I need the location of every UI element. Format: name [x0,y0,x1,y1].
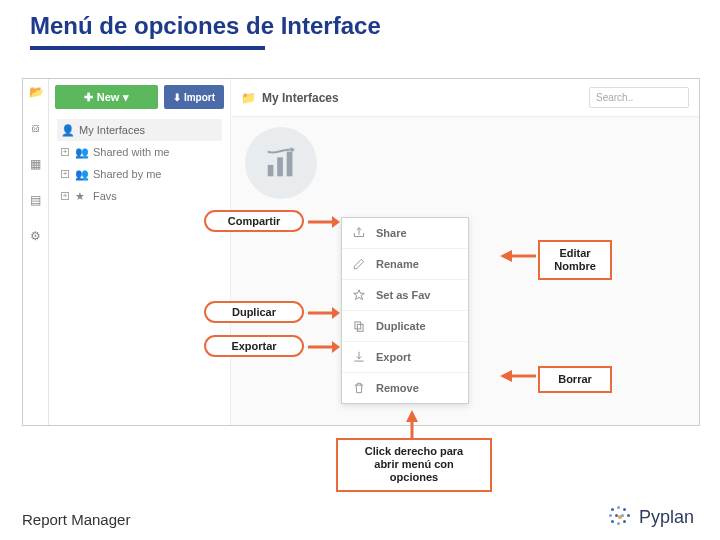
menu-item-share[interactable]: Share [342,218,468,248]
folder-icon: 📁 [241,91,256,105]
expand-icon: + [61,170,69,178]
brand-logo: Pyplan [607,504,694,530]
brand-mark-icon [607,504,633,530]
svg-marker-13 [332,341,340,353]
callout-editar-nombre: Editar Nombre [538,240,612,280]
share-icon [352,226,366,240]
new-button-label: New [97,91,120,103]
export-icon [352,350,366,364]
icon-rail: 📂 ⦻ ▦ ▤ ⚙ [23,79,49,425]
svg-marker-16 [406,410,418,422]
main-panel-title: 📁 My Interfaces [241,91,339,105]
main-panel: 📁 My Interfaces Search.. [231,79,699,425]
expand-icon: + [61,192,69,200]
main-panel-title-label: My Interfaces [262,91,339,105]
svg-rect-1 [277,157,283,176]
callout-borrar: Borrar [538,366,612,393]
menu-item-label: Rename [376,258,419,270]
sidebar-item-label: Shared by me [93,168,161,180]
arrow-right-icon [308,305,340,321]
search-input[interactable]: Search.. [589,87,689,108]
menu-item-label: Export [376,351,411,363]
title-underline [30,46,265,50]
bar-chart-icon [262,144,300,182]
plus-circle-icon: ✚ [84,91,93,104]
sidebar-item-shared-by-me[interactable]: + 👥 Shared by me [57,163,222,185]
arrow-right-icon [308,214,340,230]
callout-click-derecho: Click derecho para abrir menú con opcion… [336,438,492,492]
svg-rect-4 [355,322,361,329]
interface-thumbnail[interactable] [245,127,317,199]
user-group-icon: 👥 [75,168,87,180]
download-icon: ⬇ [173,92,181,103]
menu-item-label: Share [376,227,407,239]
svg-marker-11 [332,307,340,319]
gear-icon[interactable]: ⚙ [29,229,43,243]
import-button[interactable]: ⬇ Import [164,85,224,109]
trash-icon [352,381,366,395]
callout-compartir: Compartir [204,210,304,232]
sidebar: ✚ New ▾ ⬇ Import 👤 My Interfaces + 👥 Sha [49,79,231,425]
callout-duplicar: Duplicar [204,301,304,323]
footer-title: Report Manager [22,511,130,528]
brand-name: Pyplan [639,507,694,528]
sidebar-item-label: Shared with me [93,146,169,158]
menu-item-label: Duplicate [376,320,426,332]
user-group-icon: 👥 [75,146,87,158]
pencil-icon [352,257,366,271]
folder-open-icon[interactable]: 📂 [29,85,43,99]
hierarchy-icon[interactable]: ⦻ [29,121,43,135]
svg-rect-0 [268,165,274,176]
slide-title: Menú de opciones de Interface [30,12,381,40]
sidebar-item-label: Favs [93,190,117,202]
arrow-left-icon [500,248,536,264]
layout-icon[interactable]: ▤ [29,193,43,207]
import-button-label: Import [184,92,215,103]
menu-item-remove[interactable]: Remove [342,372,468,403]
menu-item-set-fav[interactable]: Set as Fav [342,279,468,310]
star-icon: ★ [75,190,87,202]
grid-icon[interactable]: ▦ [29,157,43,171]
menu-item-duplicate[interactable]: Duplicate [342,310,468,341]
expand-icon: + [61,148,69,156]
chevron-down-icon: ▾ [123,91,129,104]
menu-item-rename[interactable]: Rename [342,248,468,279]
menu-item-export[interactable]: Export [342,341,468,372]
user-icon: 👤 [61,124,73,136]
arrow-right-icon [308,339,340,355]
arrow-up-icon [404,410,420,438]
menu-item-label: Set as Fav [376,289,430,301]
svg-marker-8 [500,250,512,262]
context-menu: Share Rename Set as Fav [341,217,469,404]
new-button[interactable]: ✚ New ▾ [55,85,158,109]
svg-marker-7 [332,216,340,228]
star-icon [352,288,366,302]
sidebar-item-label: My Interfaces [79,124,145,136]
menu-item-label: Remove [376,382,419,394]
sidebar-item-my-interfaces[interactable]: 👤 My Interfaces [57,119,222,141]
svg-marker-14 [500,370,512,382]
svg-rect-5 [357,324,363,331]
duplicate-icon [352,319,366,333]
callout-exportar: Exportar [204,335,304,357]
arrow-left-icon [500,368,536,384]
svg-rect-2 [287,152,293,177]
sidebar-item-shared-with-me[interactable]: + 👥 Shared with me [57,141,222,163]
sidebar-item-favs[interactable]: + ★ Favs [57,185,222,207]
